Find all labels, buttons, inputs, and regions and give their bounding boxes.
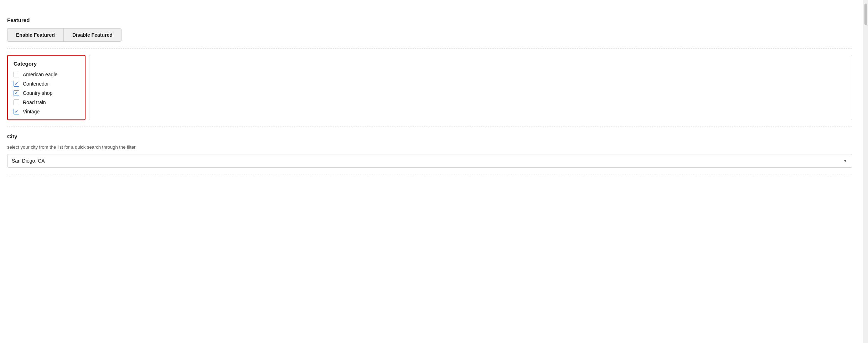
checkmark-icon: ✓ — [15, 82, 18, 86]
category-label-contenedor: Contenedor — [23, 81, 49, 87]
scrollbar-thumb[interactable] — [864, 4, 867, 25]
category-title: Category — [14, 61, 79, 67]
list-item[interactable]: ✓ Vintage — [14, 109, 79, 114]
checkbox-american-eagle[interactable] — [14, 72, 19, 77]
list-item[interactable]: American eagle — [14, 72, 79, 77]
city-section: City select your city from the list for … — [7, 127, 852, 174]
list-item[interactable]: ✓ Contenedor — [14, 81, 79, 87]
city-title: City — [7, 133, 852, 139]
checkbox-road-train[interactable] — [14, 99, 19, 105]
category-label-country-shop: Country shop — [23, 90, 52, 96]
category-panel: Category American eagle ✓ Contene — [7, 55, 86, 120]
category-content-area — [89, 55, 852, 120]
enable-featured-button[interactable]: Enable Featured — [7, 28, 63, 42]
list-item[interactable]: ✓ Country shop — [14, 90, 79, 96]
featured-section: Featured Enable Featured Disable Feature… — [7, 11, 852, 48]
featured-title: Featured — [7, 17, 852, 23]
city-select[interactable]: San Diego, CA Los Angeles, CA New York, … — [7, 154, 852, 168]
checkmark-icon: ✓ — [15, 109, 18, 114]
category-label-road-train: Road train — [23, 99, 46, 105]
checkmark-icon: ✓ — [15, 91, 18, 95]
checkbox-vintage[interactable]: ✓ — [14, 109, 19, 114]
city-description: select your city from the list for a qui… — [7, 144, 852, 150]
checkbox-country-shop[interactable]: ✓ — [14, 90, 19, 96]
category-label-american-eagle: American eagle — [23, 72, 57, 77]
list-item[interactable]: Road train — [14, 99, 79, 105]
category-label-vintage: Vintage — [23, 109, 40, 114]
category-list: American eagle ✓ Contenedor ✓ — [14, 72, 79, 114]
checkbox-contenedor[interactable]: ✓ — [14, 81, 19, 87]
scrollbar-track[interactable] — [863, 0, 868, 343]
category-inner: Category American eagle ✓ Contene — [7, 55, 852, 120]
category-section: Category American eagle ✓ Contene — [7, 48, 852, 127]
city-select-wrapper: San Diego, CA Los Angeles, CA New York, … — [7, 154, 852, 168]
featured-toggle-group: Enable Featured Disable Featured — [7, 28, 852, 42]
disable-featured-button[interactable]: Disable Featured — [63, 28, 122, 42]
